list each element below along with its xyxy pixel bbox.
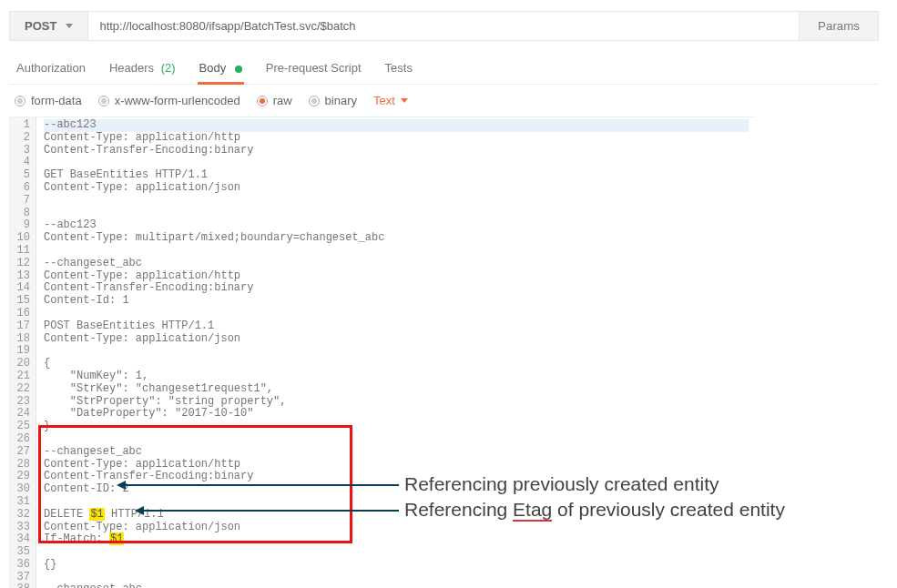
line-number: 34 <box>13 533 30 546</box>
code-line[interactable] <box>44 245 749 258</box>
code-line[interactable]: Content-Type: application/http <box>44 132 749 145</box>
line-number: 26 <box>13 433 30 446</box>
code-line[interactable] <box>44 195 749 208</box>
url-input[interactable] <box>87 11 800 41</box>
code-line[interactable]: Content-Type: application/http <box>44 459 749 471</box>
tab-authorization[interactable]: Authorization <box>15 56 87 84</box>
code-line[interactable] <box>44 308 749 320</box>
body-type-row: form-data x-www-form-urlencoded raw bina… <box>9 85 879 117</box>
line-gutter: 1234567891011121314151617181920212223242… <box>9 117 36 588</box>
line-number: 16 <box>13 308 30 320</box>
code-line[interactable]: {} <box>44 559 749 572</box>
tab-body[interactable]: Body <box>198 56 244 84</box>
line-number: 38 <box>13 583 30 588</box>
line-number: 13 <box>13 270 30 283</box>
code-line[interactable]: Content-Id: 1 <box>44 295 749 308</box>
line-number: 21 <box>13 370 30 383</box>
tab-tests[interactable]: Tests <box>383 56 414 84</box>
line-number: 7 <box>13 195 30 208</box>
tab-prerequest[interactable]: Pre-request Script <box>264 56 363 84</box>
code-line[interactable]: If-Match: $1 <box>44 533 749 546</box>
radio-binary-label: binary <box>325 94 357 107</box>
code-line[interactable]: --changeset_abc <box>44 446 749 459</box>
code-line[interactable]: Content-Type: multipart/mixed;boundary=c… <box>44 232 749 245</box>
line-number: 1 <box>13 119 30 132</box>
code-line[interactable]: GET BaseEntities HTTP/1.1 <box>44 169 749 182</box>
code-line[interactable]: "DateProperty": "2017-10-10" <box>44 408 749 421</box>
line-number: 6 <box>13 182 30 195</box>
code-line[interactable]: Content-Type: application/json <box>44 182 749 195</box>
line-number: 36 <box>13 559 30 572</box>
code-line[interactable]: --abc123 <box>44 119 749 132</box>
raw-type-dropdown[interactable]: Text <box>373 94 408 107</box>
line-number: 10 <box>13 232 30 245</box>
tab-headers-count: (2) <box>161 61 176 75</box>
line-number: 29 <box>13 471 30 483</box>
code-line[interactable]: POST BaseEntities HTTP/1.1 <box>44 320 749 333</box>
line-number: 15 <box>13 295 30 308</box>
params-button[interactable]: Params <box>800 11 879 41</box>
tab-headers[interactable]: Headers (2) <box>107 56 178 84</box>
annotation-text-2-pre: Referencing <box>404 499 513 520</box>
code-line[interactable]: Content-Type: application/json <box>44 333 749 346</box>
radio-icon <box>98 96 109 106</box>
code-line[interactable]: "StrProperty": "string property", <box>44 396 749 409</box>
raw-type-label: Text <box>373 94 395 107</box>
unsaved-dot-icon <box>235 66 242 73</box>
radio-form-data[interactable]: form-data <box>15 94 82 107</box>
radio-binary[interactable]: binary <box>309 94 357 107</box>
radio-urlencoded-label: x-www-form-urlencoded <box>115 94 240 107</box>
code-line[interactable]: --abc123 <box>44 219 749 232</box>
line-number: 32 <box>13 509 30 522</box>
code-line[interactable]: Content-Transfer-Encoding:binary <box>44 145 749 157</box>
line-number: 37 <box>13 572 30 584</box>
topbar: POST Params <box>9 11 879 41</box>
http-method-select[interactable]: POST <box>9 11 87 41</box>
code-line[interactable] <box>44 208 749 220</box>
line-number: 27 <box>13 446 30 459</box>
line-number: 24 <box>13 408 30 421</box>
line-number: 11 <box>13 245 30 258</box>
line-number: 30 <box>13 483 30 496</box>
line-number: 31 <box>13 496 30 509</box>
line-number: 22 <box>13 383 30 396</box>
code-line[interactable]: Content-Type: application/http <box>44 270 749 283</box>
code-line[interactable]: --changeset_abc-- <box>44 583 749 588</box>
radio-icon <box>309 96 320 106</box>
code-line[interactable] <box>44 433 749 446</box>
radio-raw[interactable]: raw <box>257 94 292 107</box>
code-line[interactable]: Content-Type: application/json <box>44 522 749 534</box>
tab-headers-label: Headers <box>109 61 154 75</box>
line-number: 14 <box>13 282 30 295</box>
code-line[interactable] <box>44 157 749 169</box>
annotation-text-1: Referencing previously created entity <box>404 473 719 495</box>
radio-icon <box>15 96 25 106</box>
line-number: 20 <box>13 358 30 370</box>
code-line[interactable] <box>44 572 749 584</box>
code-line[interactable]: "NumKey": 1, <box>44 370 749 383</box>
tab-body-label: Body <box>199 61 227 75</box>
line-number: 33 <box>13 522 30 534</box>
code-line[interactable]: "StrKey": "changeset1request1", <box>44 383 749 396</box>
line-number: 4 <box>13 157 30 169</box>
radio-urlencoded[interactable]: x-www-form-urlencoded <box>98 94 240 107</box>
code-line[interactable]: } <box>44 421 749 433</box>
line-number: 3 <box>13 145 30 157</box>
app-root: POST Params Authorization Headers (2) Bo… <box>0 0 897 588</box>
line-number: 17 <box>13 320 30 333</box>
line-number: 2 <box>13 132 30 145</box>
http-method-label: POST <box>25 19 56 33</box>
annotation-text-2-post: of previously created entity <box>552 499 785 520</box>
request-tabs: Authorization Headers (2) Body Pre-reque… <box>9 50 879 85</box>
code-line[interactable]: Content-Transfer-Encoding:binary <box>44 282 749 295</box>
line-number: 19 <box>13 345 30 358</box>
line-number: 18 <box>13 333 30 346</box>
line-number: 23 <box>13 396 30 409</box>
radio-raw-label: raw <box>273 94 292 107</box>
annotation-text-2: Referencing Etag of previously created e… <box>404 499 785 521</box>
chevron-down-icon <box>401 98 408 103</box>
code-line[interactable] <box>44 546 749 559</box>
code-line[interactable]: { <box>44 358 749 370</box>
code-line[interactable] <box>44 345 749 358</box>
code-line[interactable]: --changeset_abc <box>44 258 749 270</box>
